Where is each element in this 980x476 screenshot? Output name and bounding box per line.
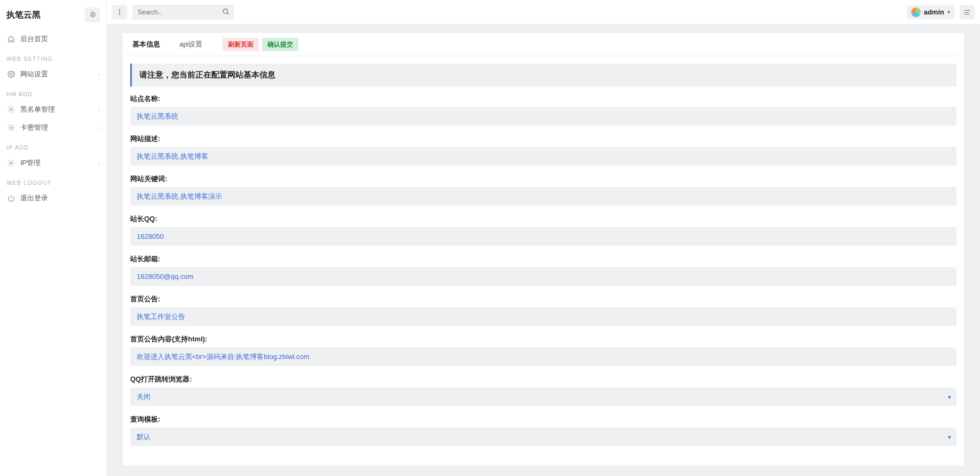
input-site-desc[interactable] — [130, 147, 957, 166]
input-site-keywords[interactable] — [130, 187, 957, 206]
chevron-left-icon: ‹ — [98, 107, 100, 113]
input-home-notice-content[interactable] — [130, 347, 957, 366]
topbar: admin ▾ — [107, 0, 980, 25]
label-site-name: 站点名称: — [130, 94, 957, 104]
power-icon — [6, 194, 16, 202]
brand-title: 执笔云黑 — [6, 10, 41, 21]
nav-card-secret[interactable]: 卡密管理 ‹ — [0, 119, 106, 137]
nav-group-title: WEB SETTING — [0, 48, 106, 65]
input-site-name[interactable] — [130, 107, 957, 126]
svg-point-2 — [10, 127, 12, 129]
search-wrap — [132, 5, 234, 20]
sidebar: 执笔云黑 后台首页 WEB SETTING 网站设置 ‹ HM ADD 黑名单管… — [0, 0, 107, 476]
nav-home-label: 后台首页 — [20, 34, 100, 44]
input-home-notice[interactable] — [130, 307, 957, 326]
input-admin-qq[interactable] — [130, 227, 957, 246]
content: 基本信息 api设置 刷新页面 确认提交 请注意，您当前正在配置网站基本信息 站… — [107, 25, 980, 476]
label-site-keywords: 网站关键词: — [130, 174, 957, 184]
refresh-button[interactable]: 刷新页面 — [223, 38, 259, 51]
label-admin-qq: 站长QQ: — [130, 214, 957, 224]
nav-blacklist[interactable]: 黑名单管理 ‹ — [0, 100, 106, 119]
chevron-left-icon: ‹ — [98, 160, 100, 166]
layout-toggle-button[interactable] — [960, 5, 975, 20]
nav-home[interactable]: 后台首页 — [0, 30, 106, 48]
label-admin-email: 站长邮箱: — [130, 254, 957, 264]
svg-point-5 — [119, 11, 120, 12]
notice-banner: 请注意，您当前正在配置网站基本信息 — [130, 64, 957, 87]
select-query-tpl[interactable]: 默认 — [130, 427, 957, 446]
svg-point-0 — [10, 73, 12, 75]
svg-point-1 — [10, 108, 12, 111]
tab-basic-info[interactable]: 基本信息 — [123, 33, 170, 56]
nav-group-title: WEB LOGOUT — [0, 172, 106, 189]
nav-item-label: 黑名单管理 — [20, 105, 98, 114]
chevron-left-icon: ‹ — [98, 72, 100, 77]
select-qq-jump[interactable]: 关闭 — [130, 387, 957, 406]
nav-item-label: IP管理 — [20, 158, 98, 168]
avatar — [911, 7, 921, 17]
search-icon — [222, 7, 230, 17]
svg-point-7 — [223, 9, 227, 13]
nav-ip-management[interactable]: IP管理 ‹ — [0, 154, 106, 172]
svg-point-4 — [119, 9, 120, 10]
chevron-left-icon: ‹ — [98, 125, 100, 131]
svg-point-3 — [10, 162, 12, 164]
menu-toggle-button[interactable] — [112, 5, 127, 20]
label-query-tpl: 查询模板: — [130, 415, 957, 424]
gear-icon — [6, 106, 16, 113]
label-qq-jump: QQ打开跳转浏览器: — [130, 374, 957, 384]
input-admin-email[interactable] — [130, 267, 957, 286]
flame-icon — [85, 7, 100, 22]
gear-icon — [6, 124, 16, 131]
tabs: 基本信息 api设置 刷新页面 确认提交 — [123, 33, 964, 56]
nav-site-settings[interactable]: 网站设置 ‹ — [0, 65, 106, 83]
chevron-down-icon: ▾ — [947, 9, 950, 15]
home-icon — [6, 35, 16, 43]
settings-form: 站点名称: 网站描述: 网站关键词: 站长QQ: — [123, 94, 964, 465]
nav-item-label: 退出登录 — [20, 193, 100, 203]
nav-item-label: 网站设置 — [20, 69, 98, 79]
nav-logout[interactable]: 退出登录 — [0, 189, 106, 207]
nav-group-title: IP ADD — [0, 137, 106, 154]
gear-icon — [6, 71, 16, 78]
brand: 执笔云黑 — [0, 0, 106, 30]
nav-item-label: 卡密管理 — [20, 123, 98, 132]
user-name: admin — [924, 8, 944, 16]
search-input[interactable] — [132, 5, 234, 20]
tab-api-settings[interactable]: api设置 — [170, 33, 212, 56]
gear-icon — [6, 159, 16, 167]
svg-point-6 — [119, 13, 120, 14]
nav-group-title: HM ADD — [0, 83, 106, 100]
submit-button[interactable]: 确认提交 — [262, 38, 298, 51]
label-home-notice-content: 首页公告内容(支持html): — [130, 334, 957, 344]
label-home-notice: 首页公告: — [130, 294, 957, 304]
label-site-desc: 网站描述: — [130, 134, 957, 144]
user-menu[interactable]: admin ▾ — [907, 5, 954, 19]
